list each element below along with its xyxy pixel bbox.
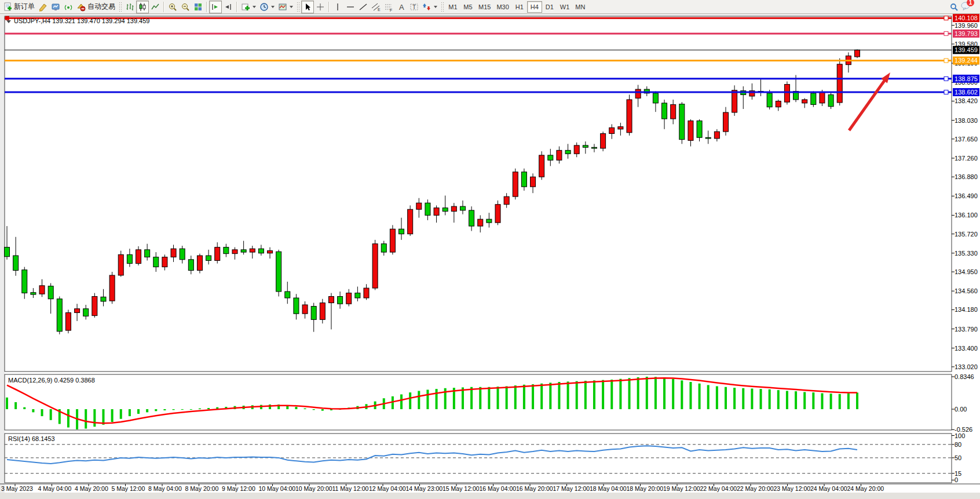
chart-window[interactable]: 139.960139.580139.190138.800138.420138.0… <box>0 14 980 499</box>
autotrade-button[interactable]: 自动交易 <box>75 1 117 13</box>
time-axis[interactable]: 3 May 20234 May 04:004 May 20:005 May 12… <box>1 484 884 492</box>
svg-text:135.330: 135.330 <box>955 250 978 257</box>
new-order-icon <box>3 2 12 12</box>
timeframe-button-M1[interactable]: M1 <box>445 1 460 13</box>
macd-label: MACD(12,26,9) 0.4259 0.3868 <box>8 377 95 384</box>
search-button[interactable] <box>948 1 960 13</box>
timeframe-button-M15[interactable]: M15 <box>476 1 493 13</box>
svg-text:23 May 12:00: 23 May 12:00 <box>774 485 811 492</box>
fibonacci-button[interactable]: F <box>382 1 395 13</box>
text-label-button[interactable]: T <box>408 1 420 13</box>
tile-windows-button[interactable] <box>192 1 204 13</box>
chart-left-margin <box>0 14 5 495</box>
svg-text:80: 80 <box>955 441 961 448</box>
candlestick-chart-button[interactable] <box>136 1 149 13</box>
svg-text:138.875: 138.875 <box>955 75 978 82</box>
arrows-button[interactable] <box>420 1 439 13</box>
market-watch-button[interactable] <box>49 1 62 13</box>
periods-button[interactable] <box>258 1 276 13</box>
signals-button[interactable] <box>62 1 75 13</box>
notification-badge: 1 <box>967 0 974 6</box>
svg-text:100: 100 <box>955 432 965 439</box>
toolbar-gripper[interactable] <box>297 2 299 12</box>
symbol-dropdown-icon <box>6 20 11 23</box>
line-chart-button[interactable] <box>149 1 162 13</box>
indicators-button[interactable] <box>239 1 258 13</box>
svg-text:50: 50 <box>955 454 961 461</box>
svg-text:8 May 04:00: 8 May 04:00 <box>148 485 182 492</box>
timeframe-button-M5[interactable]: M5 <box>460 1 476 13</box>
templates-button[interactable] <box>276 1 295 13</box>
vertical-line-button[interactable] <box>331 1 344 13</box>
svg-text:134.180: 134.180 <box>955 306 978 313</box>
chart-top-margin <box>0 14 980 16</box>
market-watch-icon <box>51 2 60 12</box>
svg-text:T: T <box>412 4 416 10</box>
equidistant-channel-button[interactable]: E <box>370 1 382 13</box>
hline-139.244[interactable]: 139.244 <box>5 56 979 64</box>
crosshair-icon <box>316 2 325 12</box>
trend-arrow-annotation[interactable] <box>849 72 890 130</box>
timeframe-button-D1[interactable]: D1 <box>542 1 557 13</box>
timeframe-button-H1[interactable]: H1 <box>512 1 527 13</box>
timeframe-button-M30[interactable]: M30 <box>493 1 511 13</box>
svg-text:11 May 12:00: 11 May 12:00 <box>332 485 369 492</box>
toolbar-gripper[interactable] <box>441 2 444 12</box>
zoom-out-button[interactable] <box>179 1 192 13</box>
svg-text:136.490: 136.490 <box>955 192 978 199</box>
svg-text:135.720: 135.720 <box>955 231 978 238</box>
periods-dropdown-caret <box>271 6 275 8</box>
vertical-line-icon <box>333 2 342 12</box>
svg-text:0: 0 <box>955 476 958 483</box>
arrows-icon <box>422 2 432 12</box>
new-order-label: 新订单 <box>14 2 35 12</box>
svg-text:133.790: 133.790 <box>955 326 978 333</box>
svg-text:139.793: 139.793 <box>955 30 978 37</box>
price-axis[interactable]: 139.960139.580139.190138.800138.420138.0… <box>952 22 978 370</box>
svg-text:10 May 20:00: 10 May 20:00 <box>295 485 332 492</box>
cursor-button[interactable] <box>301 1 314 13</box>
templates-dropdown-caret <box>290 6 293 8</box>
svg-text:136.100: 136.100 <box>955 212 978 218</box>
candlestick-icon <box>138 2 147 12</box>
svg-text:10 May 04:00: 10 May 04:00 <box>259 485 296 492</box>
rsi-indicator: 1008050150RSI(14) 68.1453 <box>5 432 965 484</box>
bar-chart-button[interactable] <box>123 1 136 13</box>
tile-windows-icon <box>193 2 203 12</box>
svg-text:USDJPY-,H4 139.321 139.470 13: USDJPY-,H4 139.321 139.470 139.294 139.4… <box>14 17 149 24</box>
trendline-button[interactable] <box>357 1 370 13</box>
toolbar-group-drawing: E F A T <box>301 0 439 14</box>
timeframe-button-H4[interactable]: H4 <box>527 1 542 13</box>
svg-text:16 May 04:00: 16 May 04:00 <box>480 485 517 492</box>
svg-text:133.020: 133.020 <box>955 363 978 370</box>
crosshair-button[interactable] <box>314 1 327 13</box>
toolbar-gripper[interactable] <box>119 2 122 12</box>
autotrade-icon <box>76 2 86 12</box>
svg-text:140.108: 140.108 <box>955 14 978 21</box>
svg-text:19 May 12:00: 19 May 12:00 <box>663 485 700 492</box>
hline-138.875[interactable]: 138.875 <box>5 75 979 83</box>
new-chart-button[interactable] <box>36 1 49 13</box>
notifications-button[interactable]: 1 <box>960 1 971 13</box>
text-icon: A <box>397 2 406 12</box>
auto-scroll-button[interactable] <box>209 1 222 13</box>
svg-text:12 May 04:00: 12 May 04:00 <box>369 485 406 492</box>
hline-139.793[interactable]: 139.793 <box>5 30 979 38</box>
text-button[interactable]: A <box>395 1 408 13</box>
timeframe-button-MN[interactable]: MN <box>572 1 588 13</box>
hline-139.459[interactable]: 139.459 <box>5 46 979 54</box>
template-icon <box>278 2 287 12</box>
horizontal-line-button[interactable] <box>344 1 357 13</box>
channel-icon: E <box>371 2 381 12</box>
svg-text:136.880: 136.880 <box>955 173 978 180</box>
zoom-in-button[interactable] <box>166 1 179 13</box>
svg-text:24 May 04:00: 24 May 04:00 <box>810 485 847 492</box>
chart-shift-button[interactable] <box>222 1 235 13</box>
rsi-label: RSI(14) 68.1453 <box>8 435 55 442</box>
chart-canvas[interactable]: 139.960139.580139.190138.800138.420138.0… <box>0 14 980 499</box>
timeframe-button-W1[interactable]: W1 <box>557 1 573 13</box>
svg-text:137.650: 137.650 <box>955 136 978 143</box>
svg-text:8 May 20:00: 8 May 20:00 <box>185 485 219 492</box>
svg-text:133.400: 133.400 <box>955 345 978 352</box>
new-order-button[interactable]: 新订单 <box>1 1 36 13</box>
